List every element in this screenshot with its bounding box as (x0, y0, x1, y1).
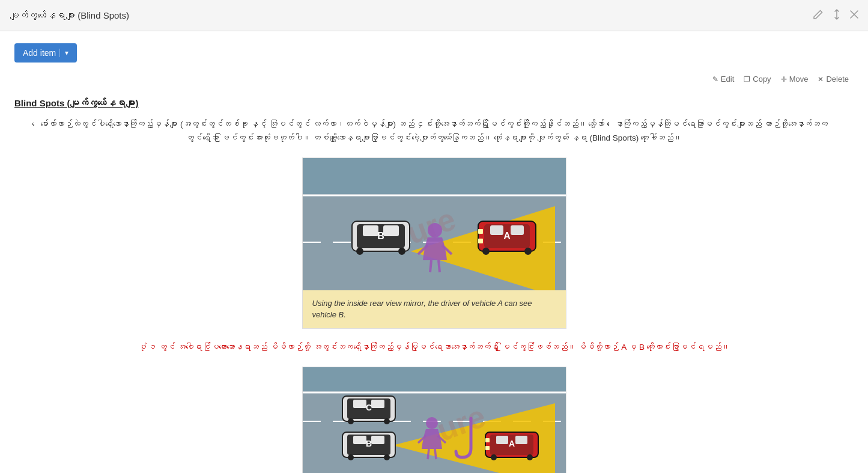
svg-point-57 (527, 454, 533, 460)
delete-action-icon: ✕ (818, 75, 824, 84)
svg-rect-36 (371, 400, 384, 408)
svg-rect-43 (371, 436, 384, 444)
toolbar: Add item ▾ (14, 43, 854, 63)
add-item-button[interactable]: Add item ▾ (14, 43, 77, 63)
edit-action-icon: ✎ (712, 75, 718, 84)
svg-rect-8 (363, 225, 378, 236)
dropdown-caret-icon: ▾ (59, 49, 68, 57)
svg-rect-9 (383, 225, 399, 236)
content-block: Blind Spots (မျက်ကွယ်နေရာများ) မော်တော်ယ… (14, 93, 854, 473)
svg-point-11 (398, 248, 405, 255)
svg-rect-42 (353, 436, 366, 444)
svg-line-17 (439, 260, 440, 272)
svg-point-44 (348, 454, 354, 460)
action-bar: ✎ Edit ❐ Copy ✛ Move ✕ Delete (14, 75, 854, 84)
header-icons (813, 9, 858, 22)
svg-rect-20 (490, 225, 503, 235)
diagram-2-image: ure C (303, 367, 566, 473)
delete-action[interactable]: ✕ Delete (818, 75, 849, 84)
content-title: Blind Spots (မျက်ကွယ်နေရာများ) (14, 98, 854, 108)
red-paragraph: ပုံ ၁ တွင် အဝါရောင်ပြထားသောနေရာသည် မိမိယ… (14, 341, 854, 355)
close-icon[interactable] (850, 10, 858, 21)
svg-rect-58 (485, 438, 490, 442)
diagram-1-caption: Using the inside rear view mirror, the d… (303, 290, 566, 328)
content-paragraph-1: မော်တော်ယာဉ်ထဲတွင်ပါရှိသောနောက်ကြည့်မှန်… (14, 118, 854, 145)
svg-rect-24 (478, 229, 483, 234)
edit-icon[interactable] (813, 9, 824, 22)
svg-point-23 (524, 248, 532, 255)
image-2-container: ure C (14, 367, 854, 473)
svg-point-22 (482, 248, 490, 255)
edit-action[interactable]: ✎ Edit (712, 75, 734, 84)
svg-text:C: C (365, 403, 371, 412)
move-action[interactable]: ✛ Move (781, 75, 809, 84)
svg-rect-35 (353, 400, 366, 408)
add-item-label: Add item (23, 48, 56, 58)
svg-point-13 (428, 223, 442, 237)
diagram-1-wrapper: ure B (302, 157, 566, 329)
copy-action-icon: ❐ (744, 75, 750, 84)
svg-text:B: B (377, 231, 384, 241)
svg-text:A: A (503, 231, 511, 241)
svg-rect-25 (478, 239, 483, 243)
svg-point-38 (384, 418, 390, 424)
main-content: Add item ▾ ✎ Edit ❐ Copy ✛ Move ✕ Delete… (0, 31, 868, 473)
image-1-container: ure B (14, 157, 854, 329)
edit-action-label: Edit (721, 75, 734, 84)
diagram-1-caption-text: Using the inside rear view mirror, the d… (312, 299, 532, 320)
svg-text:A: A (508, 439, 514, 448)
copy-action[interactable]: ❐ Copy (744, 75, 771, 84)
svg-rect-21 (511, 225, 524, 235)
copy-action-label: Copy (753, 75, 771, 84)
svg-point-10 (356, 248, 363, 255)
svg-line-50 (428, 449, 429, 459)
svg-line-16 (430, 260, 431, 272)
header-bar: မျက်ကွယ်နေရာများ (Blind Spots) (0, 0, 868, 31)
delete-action-label: Delete (826, 75, 849, 84)
svg-rect-55 (515, 436, 527, 444)
svg-point-47 (426, 417, 438, 429)
svg-point-56 (491, 454, 497, 460)
move-icon[interactable] (832, 9, 842, 22)
move-action-label: Move (789, 75, 809, 84)
svg-rect-54 (496, 436, 508, 444)
svg-text:B: B (365, 439, 371, 448)
svg-point-45 (384, 454, 390, 460)
svg-rect-59 (485, 446, 490, 450)
move-action-icon: ✛ (781, 75, 787, 84)
diagram-1-image: ure B (303, 158, 566, 290)
diagram-2-wrapper: ure C (302, 367, 566, 473)
svg-line-51 (435, 449, 436, 459)
svg-point-37 (348, 418, 354, 424)
header-title: မျက်ကွယ်နေရာများ (Blind Spots) (10, 10, 129, 20)
